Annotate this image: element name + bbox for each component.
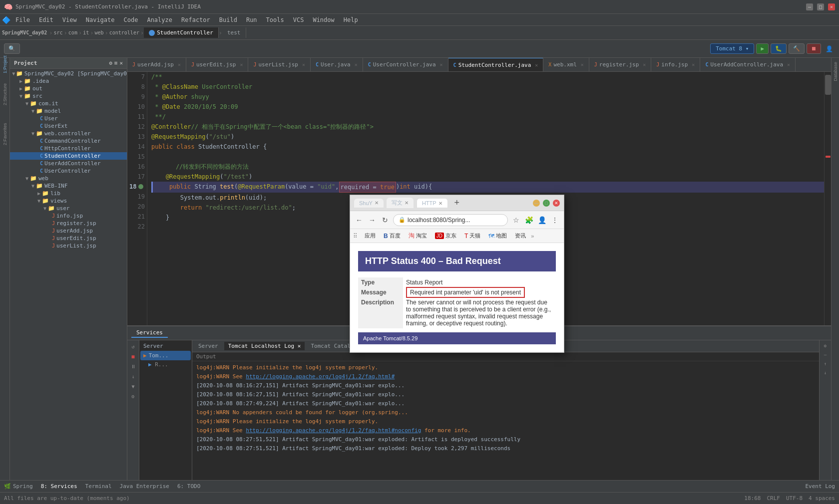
run-btn[interactable]: ▶ — [756, 43, 769, 54]
tomcat-item[interactable]: ▶ Tom... — [140, 351, 191, 360]
tree-register-jsp[interactable]: J register.jsp — [10, 220, 127, 227]
tree-comit[interactable]: ▼ 📁 com.it — [10, 100, 127, 107]
project-expand-icon[interactable]: ≡ — [114, 60, 118, 66]
browser-forward-btn[interactable]: → — [367, 215, 377, 225]
browser-bookmark-star-icon[interactable]: ☆ — [511, 215, 521, 225]
new-tab-btn[interactable]: + — [451, 197, 463, 209]
bookmark-jd[interactable]: JD京东 — [432, 231, 459, 241]
editor-tab-studentcontroller[interactable]: CStudentController.java✕ — [448, 58, 544, 71]
run-item[interactable]: ▶ R... — [140, 360, 191, 369]
bookmark-map[interactable]: 🗺地图 — [485, 231, 510, 241]
browser-tab-writing[interactable]: 写文 ✕ — [387, 198, 414, 208]
browser-profile-icon[interactable]: 👤 — [537, 215, 547, 225]
tab-test[interactable]: test — [222, 27, 246, 38]
svc-right-gear-icon[interactable]: ⚙ — [822, 342, 829, 349]
browser-tab-close-http[interactable]: ✕ — [438, 201, 442, 206]
search-btn[interactable]: 🔍 — [4, 43, 20, 54]
tree-user-folder[interactable]: ▼ 📁 user — [10, 205, 127, 212]
tree-info-jsp[interactable]: J info.jsp — [10, 212, 127, 220]
editor-tab-useraddcontroller[interactable]: CUserAddController.java✕ — [700, 58, 796, 71]
tree-idea[interactable]: ▶ 📁 .idea — [10, 77, 127, 85]
project-gear-icon[interactable]: ⚙ — [109, 60, 112, 66]
menu-help[interactable]: Help — [340, 15, 362, 24]
tree-user-class[interactable]: C User — [10, 115, 127, 122]
svc-stop-icon[interactable]: ■ — [129, 352, 137, 360]
tree-webcontroller[interactable]: ▼ 📁 web.controller — [10, 130, 127, 137]
menu-tools[interactable]: Tools — [262, 15, 288, 24]
menu-refactor[interactable]: Refactor — [177, 15, 214, 24]
menu-edit[interactable]: Edit — [35, 15, 57, 24]
browser-back-btn[interactable]: ← — [354, 215, 364, 225]
minimize-btn[interactable]: — — [806, 3, 813, 10]
menu-view[interactable]: View — [58, 15, 81, 24]
server-item[interactable]: Server — [140, 341, 191, 351]
maximize-btn[interactable]: □ — [817, 3, 824, 10]
footer-event-log-tab[interactable]: Event Log — [805, 483, 835, 490]
menu-build[interactable]: Build — [215, 15, 241, 24]
editor-scrollbar[interactable] — [825, 75, 831, 95]
bookmark-news[interactable]: 资讯 — [512, 231, 529, 241]
menu-analyze[interactable]: Analyze — [143, 15, 176, 24]
editor-tab-webxml[interactable]: Xweb.xml✕ — [543, 58, 589, 71]
bookmark-apps[interactable]: 应用 — [362, 231, 379, 241]
tree-model[interactable]: ▼ 📁 model — [10, 107, 127, 115]
bookmark-baidu[interactable]: B百度 — [381, 231, 404, 241]
tree-httpcontroller[interactable]: C HttpController — [10, 145, 127, 152]
tree-userext[interactable]: C UserExt — [10, 122, 127, 130]
log-tab-server[interactable]: Server — [194, 342, 222, 350]
browser-extensions-icon[interactable]: 🧩 — [524, 215, 534, 225]
svc-pause-icon[interactable]: ⏸ — [129, 362, 137, 370]
tree-useredit-jsp[interactable]: J userEdit.jsp — [10, 235, 127, 242]
browser-refresh-btn[interactable]: ↻ — [380, 215, 390, 225]
tomcat-selector[interactable]: Tomcat 8 ▾ — [710, 43, 754, 54]
favorites-icon[interactable]: 2:Favorites — [0, 130, 9, 139]
editor-tab-info[interactable]: Jinfo.jsp✕ — [651, 58, 700, 71]
services-tab[interactable]: Services — [131, 328, 168, 338]
svc-rerun-icon[interactable]: ↺ — [129, 342, 137, 350]
tree-webinf[interactable]: ▼ 📁 WEB-INF — [10, 182, 127, 190]
browser-minimize-btn[interactable]: — — [533, 200, 540, 207]
browser-tab-close-shuy[interactable]: ✕ — [375, 200, 379, 206]
tree-out[interactable]: ▶ 📁 out — [10, 85, 127, 92]
footer-java-enterprise-tab[interactable]: Java Enterprise — [120, 483, 169, 490]
tree-useradd-jsp[interactable]: J userAdd.jsp — [10, 227, 127, 235]
browser-menu-icon[interactable]: ⋮ — [550, 215, 560, 225]
stop-btn[interactable]: ⏹ — [807, 43, 821, 54]
svc-settings-icon[interactable]: ⚙ — [129, 392, 137, 400]
menu-file[interactable]: File — [11, 15, 34, 24]
tree-lib[interactable]: ▶ 📁 lib — [10, 190, 127, 197]
tree-commandcontroller[interactable]: C CommandController — [10, 137, 127, 145]
tree-useraddcontroller[interactable]: C UserAddController — [10, 160, 127, 167]
menu-navigate[interactable]: Navigate — [82, 15, 119, 24]
tree-web[interactable]: ▼ 📁 web — [10, 175, 127, 182]
log-link-1[interactable]: http://logging.apache.org/log4j/1.2/faq.… — [246, 373, 395, 380]
address-bar[interactable]: 🔒 localhost:8080/Spring... — [393, 214, 508, 226]
editor-tab-register[interactable]: Jregister.jsp✕ — [589, 58, 652, 71]
browser-tab-close-writing[interactable]: ✕ — [405, 200, 409, 206]
project-icon[interactable]: 1:Project — [0, 60, 9, 69]
tree-userlist-jsp[interactable]: J userList.jsp — [10, 242, 127, 250]
close-btn[interactable]: ✕ — [828, 3, 835, 10]
editor-tab-useradd[interactable]: JuserAdd.jsp✕ — [127, 58, 186, 71]
editor-tab-userlist[interactable]: JuserList.jsp✕ — [248, 58, 311, 71]
database-icon[interactable]: Database — [833, 62, 838, 81]
svc-filter-icon[interactable]: ▼ — [129, 382, 137, 390]
tree-studentcontroller[interactable]: C StudentController — [10, 152, 127, 160]
tree-root[interactable]: ▼ 📁 SpringMVC_day02 [SpringMVC_day0 — [10, 70, 127, 77]
svc-scroll-icon[interactable]: ↓ — [129, 372, 137, 380]
log-tab-localhost[interactable]: Tomcat Localhost Log ✕ — [224, 342, 305, 350]
menu-vcs[interactable]: VCS — [289, 15, 308, 24]
browser-tab-shuy[interactable]: ShuY ✕ — [354, 199, 384, 208]
build-btn[interactable]: 🔨 — [789, 43, 805, 54]
footer-services-tab[interactable]: 8: Services — [41, 483, 77, 490]
browser-close-btn[interactable]: ✕ — [553, 200, 560, 207]
footer-terminal-tab[interactable]: Terminal — [85, 483, 112, 490]
tab-student-controller[interactable]: StudentController — [144, 27, 219, 38]
project-close-icon[interactable]: ✕ — [119, 60, 123, 66]
editor-tab-usercontroller[interactable]: CUserController.java✕ — [363, 58, 448, 71]
editor-tab-user[interactable]: CUser.java✕ — [311, 58, 363, 71]
svc-right-minus-icon[interactable]: — — [822, 351, 829, 358]
structure-icon[interactable]: 2:Structure — [0, 90, 9, 99]
svc-right-down-icon[interactable]: ↓ — [822, 369, 829, 376]
footer-todo-tab[interactable]: 6: TODO — [177, 483, 200, 490]
